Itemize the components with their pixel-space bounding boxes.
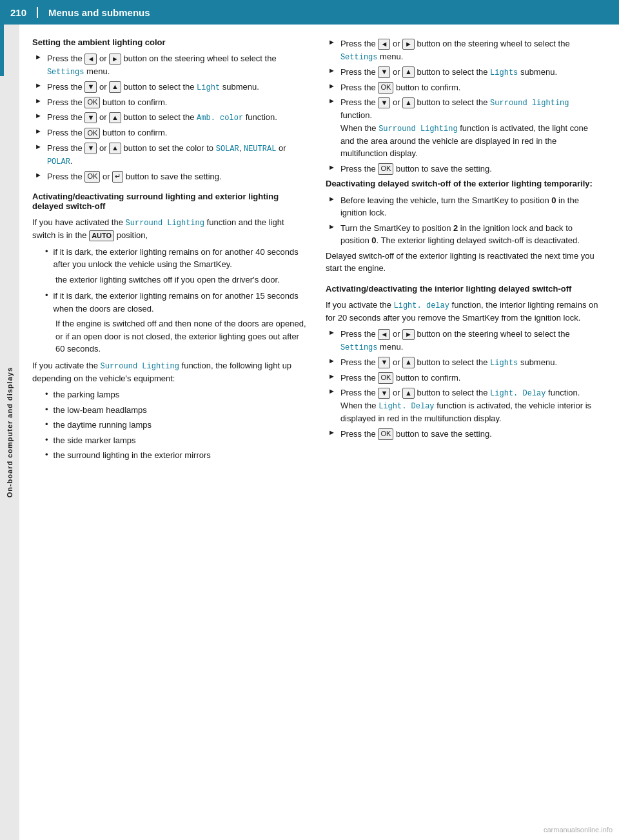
bullet-text: Press the ▼ or ▲ button to set the color… [47, 142, 306, 168]
section2-title: Activating/deactivating surround lightin… [32, 192, 306, 211]
bullet-text: the low-beam headlamps [54, 404, 147, 417]
bullet-text: the daytime running lamps [54, 419, 152, 432]
bullet-arrow-icon: ► [328, 66, 335, 79]
section1-title: Setting the ambient lighting color [32, 37, 306, 47]
sidebar: On-board computer and displays [0, 25, 19, 840]
section3-intro: If you activate the Light. delay functio… [326, 299, 600, 325]
page-number: 210 [10, 7, 38, 18]
btn-down: ▼ [378, 97, 390, 108]
bullet-text: Press the OK button to confirm. [47, 96, 168, 109]
bullet-item: ► Before leaving the vehicle, turn the S… [326, 194, 600, 219]
bullet-text: Press the OK button to confirm. [340, 81, 461, 94]
sidebar-label: On-board computer and displays [6, 367, 14, 497]
btn-up: ▲ [109, 143, 121, 154]
bullet-arrow-icon: ► [328, 387, 335, 425]
btn-return: ↵ [112, 171, 123, 182]
btn-down: ▼ [84, 81, 97, 92]
sub-bullet-2: • if it is dark, the exterior lighting r… [45, 290, 306, 355]
bullet-arrow-icon: ► [35, 171, 42, 183]
dot-icon: • [45, 389, 48, 401]
bullet-text: if it is dark, the exterior lighting rem… [54, 290, 306, 315]
btn-right: ► [109, 54, 121, 65]
bullet-arrow-icon: ► [35, 112, 42, 124]
section2-intro: If you have activated the Surround Light… [32, 216, 306, 242]
bullet-item: ► Press the ▼ or ▲ button to set the col… [32, 142, 306, 168]
code-surround-lighting: Surround lighting [490, 99, 569, 108]
bullet-text: Press the OK button to confirm. [47, 126, 168, 139]
bullet-arrow-icon: ► [328, 357, 335, 369]
btn-right: ► [402, 39, 415, 50]
bullet-item: ► Press the OK button to save the settin… [326, 428, 600, 441]
code-light-delay: Light. delay [394, 301, 449, 310]
btn-up: ▲ [402, 66, 415, 77]
content-area: Setting the ambient lighting color ► Pre… [19, 25, 619, 479]
bullet-arrow-icon: ► [35, 53, 42, 78]
bullet-text: Turn the SmartKey to position 2 in the i… [340, 222, 600, 247]
bullet-text: Press the ▼ or ▲ button to select the Li… [47, 81, 259, 94]
bullet-item: ► Press the ◄ or ► button on the steerin… [326, 328, 600, 354]
bullet-item: ► Turn the SmartKey to position 2 in the… [326, 222, 600, 247]
list-item: • the side marker lamps [45, 434, 306, 447]
bullet-item: ► Press the ▼ or ▲ button to select the … [326, 356, 600, 369]
bullet-item: ► Press the ▼ or ▲ button to select the … [326, 66, 600, 79]
bullet-arrow-icon: ► [328, 163, 335, 175]
bullet-item: ► Press the ▼ or ▲ button to select the … [326, 96, 600, 160]
code-light-delay3: Light. Delay [378, 402, 434, 411]
btn-auto: AUTO [89, 230, 114, 241]
btn-ok: OK [378, 82, 393, 93]
code-lights: Lights [490, 68, 518, 77]
bullet-text: Press the ◄ or ► button on the steering … [340, 37, 600, 63]
sub-note: If the engine is switched off and then n… [45, 317, 306, 355]
section3-title: Activating/deactivating the interior lig… [326, 284, 600, 294]
code-polar: POLAR [47, 157, 70, 166]
watermark: carmanualsonline.info [544, 826, 613, 834]
bullet-arrow-icon: ► [328, 223, 335, 247]
bullet-text: Press the OK button to confirm. [340, 372, 461, 385]
btn-right: ► [402, 329, 415, 340]
code-light: Light [197, 83, 220, 92]
right-column: ► Press the ◄ or ► button on the steerin… [326, 37, 600, 466]
btn-ok: OK [84, 128, 100, 139]
bullet-item: ► Press the ▼ or ▲ button to select the … [326, 386, 600, 425]
list-item: • the surround lighting in the exterior … [45, 449, 306, 462]
bullet-text: Press the ◄ or ► button on the steering … [340, 328, 600, 354]
bullet-text: Press the OK or ↵ button to save the set… [47, 170, 222, 183]
sub-bullet-1: • if it is dark, the exterior lighting r… [45, 246, 306, 286]
bullet-arrow-icon: ► [35, 143, 42, 168]
dot-icon: • [45, 419, 48, 432]
bullet-text: if it is dark, the exterior lighting rem… [54, 246, 306, 271]
dot-icon: • [45, 246, 48, 271]
bullet-text: Press the OK button to save the setting. [340, 163, 492, 175]
code-neutral: NEUTRAL [244, 145, 276, 154]
code-settings: Settings [47, 68, 84, 77]
btn-up: ▲ [402, 388, 415, 399]
list-item: • the parking lamps [45, 388, 306, 401]
bullet-item: ► Press the OK button to confirm. [32, 96, 306, 109]
bullet-text: Press the ▼ or ▲ button to select the Li… [340, 66, 557, 79]
code-settings: Settings [340, 343, 378, 352]
equipment-list: • the parking lamps • the low-beam headl… [45, 388, 306, 462]
bullet-text: Press the ▼ or ▲ button to select the Su… [340, 96, 600, 160]
btn-ok: OK [378, 372, 393, 383]
dot-icon: • [45, 450, 48, 462]
code-lights: Lights [490, 359, 518, 368]
bullet-arrow-icon: ► [35, 127, 42, 139]
sub-note: the exterior lighting switches off if yo… [45, 274, 306, 286]
btn-down: ▼ [84, 112, 97, 123]
btn-left: ◄ [84, 54, 97, 65]
bullet-arrow-icon: ► [328, 195, 335, 219]
bullet-text: the parking lamps [54, 388, 120, 401]
bullet-item: ► Press the OK button to confirm. [326, 372, 600, 385]
btn-ok: OK [378, 163, 393, 174]
deactivating-title: Deactivating delayed switch-off of the e… [326, 177, 600, 190]
sidebar-accent [0, 25, 4, 76]
btn-up: ▲ [402, 97, 415, 108]
btn-up: ▲ [109, 81, 121, 92]
code-settings: Settings [340, 53, 378, 62]
dot-icon: • [45, 405, 48, 417]
btn-left: ◄ [378, 329, 390, 340]
bullet-text: Press the ▼ or ▲ button to select the Li… [340, 386, 600, 425]
bullet-item: ► Press the ▼ or ▲ button to select the … [32, 111, 306, 124]
section2-outro: If you activate the Surround Lighting fu… [32, 359, 306, 385]
bullet-text: Press the ▼ or ▲ button to select the Li… [340, 356, 557, 369]
